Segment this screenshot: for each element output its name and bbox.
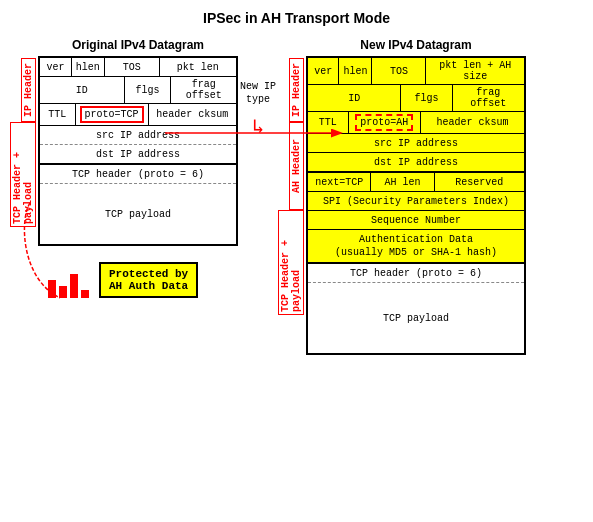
table-row: next=TCP AH len Reserved (308, 173, 524, 192)
new-tcp-label: TCP Header + payload (278, 210, 304, 315)
new-tcp-payload: TCP payload (308, 283, 524, 353)
new-reserved: Reserved (435, 173, 524, 191)
new-ip-type-label: New IPtype (240, 80, 276, 106)
new-ttl: TTL (308, 112, 349, 133)
new-ah-header-label: AH Header (289, 122, 304, 210)
table-row: TCP header (proto = 6) (40, 165, 236, 184)
orig-flgs: flgs (125, 77, 172, 103)
table-row: ID flgs frag offset (40, 77, 236, 104)
new-proto: proto=AH (349, 112, 421, 133)
bar2 (59, 286, 67, 298)
new-pktlen: pkt len + AH size (426, 58, 524, 84)
new-ah-len: AH len (371, 173, 434, 191)
main-title: IPSec in AH Transport Mode (10, 10, 583, 26)
orig-tcp-payload: TCP payload (40, 184, 236, 244)
orig-hlen: hlen (72, 58, 105, 76)
new-tos: TOS (372, 58, 426, 84)
original-datagram: IP Header TCP Header + payload Original … (10, 38, 238, 298)
orig-dst-ip: dst IP address (40, 145, 236, 163)
orig-id: ID (40, 77, 125, 103)
orig-frag: frag offset (171, 77, 236, 103)
orig-pktlen: pkt len (160, 58, 237, 76)
table-row: dst IP address (308, 153, 524, 173)
table-row: SPI (Security Parameters Index) (308, 192, 524, 211)
new-tcp-header: TCP header (proto = 6) (308, 264, 524, 282)
new-cksum: header cksum (421, 112, 524, 133)
table-row: TCP header (proto = 6) (308, 264, 524, 283)
new-id: ID (308, 85, 401, 111)
table-row: src IP address (308, 134, 524, 153)
new-seq: Sequence Number (308, 211, 524, 229)
table-row: dst IP address (40, 145, 236, 165)
orig-tcp-label: TCP Header + payload (10, 122, 36, 227)
new-hlen: hlen (339, 58, 372, 84)
bar3 (70, 274, 78, 298)
new-ver: ver (308, 58, 339, 84)
table-row: ver hlen TOS pkt len + AH size (308, 58, 524, 85)
protected-badge: Protected by AH Auth Data (99, 262, 198, 298)
new-datagram: IP Header AH Header TCP Header + payload… (278, 38, 526, 355)
bar-chart (48, 268, 89, 298)
new-spi: SPI (Security Parameters Index) (308, 192, 524, 210)
orig-src-ip: src IP address (40, 126, 236, 144)
table-row: TTL proto=TCP header cksum (40, 104, 236, 126)
arrow-down-right: ↳ (252, 114, 264, 139)
table-row: TTL proto=AH header cksum (308, 112, 524, 134)
table-row: TCP payload (40, 184, 236, 244)
new-title: New IPv4 Datagram (306, 38, 526, 52)
bar4 (81, 290, 89, 298)
new-src-ip: src IP address (308, 134, 524, 152)
orig-ip-header-label: IP Header (21, 58, 36, 122)
new-dst-ip: dst IP address (308, 153, 524, 171)
table-row: Authentication Data(usually MD5 or SHA-1… (308, 230, 524, 264)
new-frag: frag offset (453, 85, 524, 111)
table-row: src IP address (40, 126, 236, 145)
orig-tcp-header: TCP header (proto = 6) (40, 165, 236, 183)
new-auth: Authentication Data(usually MD5 or SHA-1… (308, 230, 524, 262)
table-row: TCP payload (308, 283, 524, 353)
table-row: Sequence Number (308, 211, 524, 230)
new-next: next=TCP (308, 173, 371, 191)
new-table: ver hlen TOS pkt len + AH size ID flgs f… (306, 56, 526, 355)
orig-cksum: header cksum (149, 104, 236, 125)
orig-ttl: TTL (40, 104, 76, 125)
table-row: ID flgs frag offset (308, 85, 524, 112)
orig-proto: proto=TCP (76, 104, 149, 125)
new-flgs: flgs (401, 85, 452, 111)
middle-section: New IPtype ↳ (238, 58, 278, 139)
orig-table: ver hlen TOS pkt len ID flgs frag offset… (38, 56, 238, 246)
orig-ver: ver (40, 58, 72, 76)
orig-title: Original IPv4 Datagram (38, 38, 238, 52)
new-ip-header-label: IP Header (289, 58, 304, 122)
table-row: ver hlen TOS pkt len (40, 58, 236, 77)
orig-tos: TOS (105, 58, 160, 76)
bar1 (48, 280, 56, 298)
